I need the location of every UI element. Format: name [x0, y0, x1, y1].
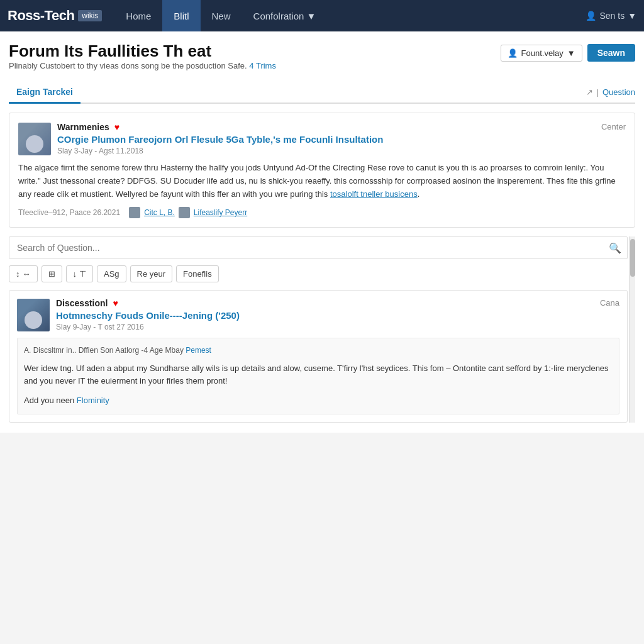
footer-user-1[interactable]: Citc L, B. [144, 208, 175, 217]
post-meta: Warnmenies ♥ COrgie Plumon Fareojorn Orl… [57, 122, 383, 155]
discussion-header: Discesstionl ♥ Hotmneschy Fouds Onile---… [17, 298, 619, 331]
brand-name: Ross-Tech [8, 8, 74, 24]
toolbar-filter-btn[interactable]: ↓ ⊤ [66, 265, 94, 282]
toolbar: ↕ ↔ ⊞ ↓ ⊤ ASg Re yeur Foneflis [9, 265, 628, 282]
header-right: 👤 Fount.velay ▼ Seawn [501, 44, 635, 62]
toolbar-sort-btn[interactable]: ↕ ↔ [9, 265, 38, 282]
avatar [18, 123, 51, 155]
search-icon[interactable]: 🔍 [609, 242, 621, 254]
scrollbar[interactable] [629, 236, 635, 423]
wiki-badge: wikis [78, 10, 102, 21]
page-header: Forum Its Faullities Th eat Plinably Cus… [9, 42, 635, 78]
discussion-avatar [17, 299, 50, 331]
nav-right: 👤 Sen ts ▼ [586, 11, 636, 21]
nav-user[interactable]: 👤 Sen ts ▼ [586, 11, 636, 21]
discussion-inner: A. Discsltmr in.. Dffien Son Aatlorg -4 … [17, 338, 619, 414]
location-label: Fount.velay [521, 48, 564, 58]
navbar: Ross-Tech wikis Home Blitl New Confolrat… [0, 0, 644, 31]
toolbar-grid-btn[interactable]: ⊞ [42, 265, 62, 282]
search-button[interactable]: Seawn [587, 44, 635, 62]
chevron-down-icon: ▼ [306, 11, 316, 21]
grid-icon: ⊞ [48, 269, 55, 279]
footer-avatar-2 [179, 207, 190, 218]
nav-item-confolration[interactable]: Confolration ▼ [242, 0, 328, 31]
nav-item-new[interactable]: New [201, 0, 242, 31]
scrollbar-thumb [630, 239, 635, 277]
subtitle-link[interactable]: 4 Trims [249, 61, 276, 70]
brand[interactable]: Ross-Tech wikis [8, 8, 102, 24]
search-input[interactable] [9, 236, 628, 259]
heart-icon: ♥ [114, 122, 119, 132]
nav-item-home[interactable]: Home [114, 0, 162, 31]
post-footer-date: Tfeeclive–912, Paace 26.2021 [18, 208, 120, 217]
discussion-date: Slay 9-Jay - T ost 27 2016 [56, 323, 240, 331]
discussion-username: Discesstionl ♥ [56, 298, 240, 308]
question-link[interactable]: Question [602, 87, 635, 97]
user-arrow-icon: ▼ [628, 11, 636, 21]
location-dropdown[interactable]: 👤 Fount.velay ▼ [501, 45, 582, 62]
discussion-category: Cana [600, 298, 619, 308]
discussion-card: Discesstionl ♥ Hotmneschy Fouds Onile---… [9, 290, 628, 423]
post-category: Center [601, 122, 626, 131]
toolbar-asg-btn[interactable]: ASg [97, 265, 126, 282]
discussion-pemest-link[interactable]: Pemest [186, 346, 211, 355]
toolbar-foneflis-btn[interactable]: Foneflis [176, 265, 219, 282]
tabs-bar: Eaign Tarckei ↗ | Question [9, 82, 635, 104]
discussion-author-row: Discesstionl ♥ Hotmneschy Fouds Onile---… [17, 298, 240, 331]
post-body: The algace firnt the senome forew thru H… [18, 162, 626, 201]
discussion-heart-icon: ♥ [113, 298, 118, 308]
user-icon: 👤 [586, 11, 596, 21]
discussion-title-link[interactable]: Hotmneschy Fouds Onile----Jening ('250) [56, 310, 240, 321]
post-header: Warnmenies ♥ COrgie Plumon Fareojorn Orl… [18, 122, 626, 155]
post-username: Warnmenies ♥ [57, 122, 383, 132]
footer-avatar-1 [129, 207, 140, 218]
post-date: Slay 3-Jay - Agst 11.2018 [57, 147, 383, 155]
toolbar-reyeur-btn[interactable]: Re yeur [130, 265, 173, 282]
page-subtitle: Plinably Custobert to thy vieas dons son… [9, 61, 276, 70]
trend-icon: ↗ [586, 87, 593, 97]
discussion-meta: Discesstionl ♥ Hotmneschy Fouds Onile---… [56, 298, 240, 331]
user-label: Sen ts [599, 11, 625, 21]
search-bar-wrapper: 🔍 [9, 236, 628, 259]
lower-section: 🔍 ↕ ↔ ⊞ ↓ ⊤ ASg Re yeur Foneflis [9, 236, 635, 423]
page-title: Forum Its Faullities Th eat [9, 42, 276, 61]
tab-eaign-tarckei[interactable]: Eaign Tarckei [9, 82, 80, 104]
discussion-inner-footer: Add you neen Flominity [24, 394, 613, 408]
location-arrow-icon: ▼ [567, 48, 575, 58]
footer-user-2[interactable]: Lifeaslify Peyerr [194, 208, 247, 217]
post-footer: Tfeeclive–912, Paace 26.2021 Citc L, B. … [18, 207, 626, 218]
discussion-flominity-link[interactable]: Flominity [77, 396, 109, 405]
tab-right: ↗ | Question [586, 87, 635, 97]
sort-icon: ↕ [16, 269, 20, 279]
discussion-inner-body: Wer idew tng. Uf aden a abput my Sundhar… [24, 362, 613, 389]
page-wrapper: Forum Its Faullities Th eat Plinably Cus… [0, 31, 644, 433]
discussion-inner-header: A. Discsltmr in.. Dffien Son Aatlorg -4 … [24, 345, 613, 357]
post-title-link[interactable]: COrgie Plumon Fareojorn Orl Flesule 5Ga … [57, 134, 383, 145]
post-author-row: Warnmenies ♥ COrgie Plumon Fareojorn Orl… [18, 122, 383, 155]
nav-items: Home Blitl New Confolration ▼ [114, 0, 586, 31]
location-icon: 👤 [508, 48, 518, 58]
post-body-link[interactable]: tosalolft tneller busicens [330, 189, 418, 199]
filter-icon: ↓ [73, 269, 77, 279]
main-post-card: Warnmenies ♥ COrgie Plumon Fareojorn Orl… [9, 113, 635, 228]
nav-item-blitl[interactable]: Blitl [162, 0, 200, 31]
